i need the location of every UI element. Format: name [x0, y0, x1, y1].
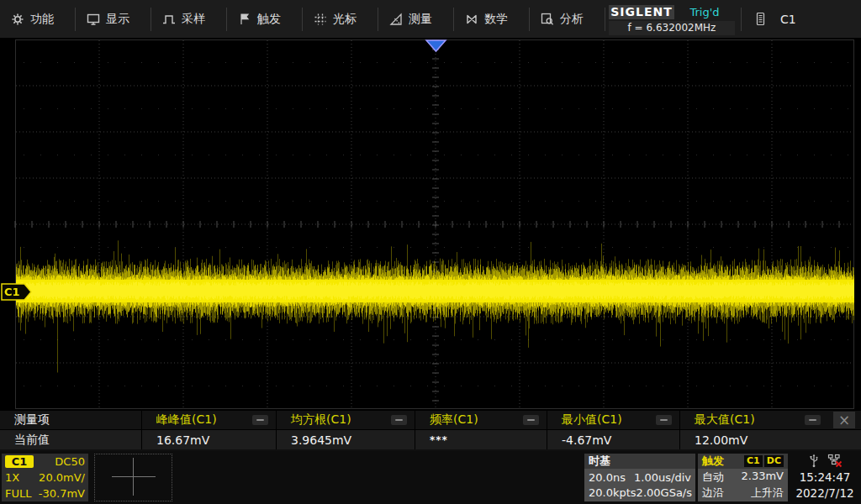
trigger-level: 2.33mV: [741, 470, 784, 485]
trigger-position-marker[interactable]: [426, 40, 446, 51]
crosshair-icon: [112, 476, 156, 477]
collapse-minus-icon[interactable]: [656, 415, 672, 425]
clock-zone[interactable]: 15:24:47 2022/7/12: [790, 454, 859, 501]
menu-item-function[interactable]: 功能: [0, 0, 75, 38]
trigger-panel[interactable]: 触发 C1 DC 自动 2.33mV 边沿 上升沿: [698, 454, 788, 501]
trigger-status-cluster[interactable]: SIGLENT Trig'd f = 6.632002MHz: [609, 3, 735, 35]
timebase-panel[interactable]: 时基 20.0ns 1.00us/div 20.0kpts 2.00GSa/s: [584, 454, 695, 501]
collapse-minus-icon[interactable]: [252, 415, 268, 425]
channel1-offset: -30.7mV: [39, 487, 85, 500]
active-channel-label: C1: [780, 13, 796, 26]
monitor-icon: [87, 13, 100, 26]
menu-item-label: 显示: [106, 12, 129, 27]
usb-icon: [808, 454, 820, 470]
trigger-slope: 上升沿: [751, 486, 784, 501]
cursor-grid-icon: [314, 13, 327, 26]
active-channel-indicator[interactable]: C1: [742, 0, 861, 38]
menu-separator: [605, 8, 605, 31]
menu-item-trigger[interactable]: 触发: [227, 0, 302, 38]
siglent-logo: SIGLENT: [609, 5, 674, 19]
menu-item-acquire[interactable]: 采样: [151, 0, 226, 38]
channel1-bandwidth: FULL: [5, 487, 31, 500]
channel1-scale: 20.0mV/: [39, 471, 85, 484]
menu-item-math[interactable]: 数学: [454, 0, 529, 38]
collapse-minus-icon[interactable]: [523, 415, 539, 425]
measurement-value-min: -4.67mV: [547, 430, 679, 449]
measurement-current-label-cell: 当前值: [0, 430, 141, 449]
measurement-value-rms: 3.9645mV: [276, 430, 415, 449]
menu-item-label: 触发: [257, 12, 281, 27]
flag-icon: [238, 13, 251, 26]
trigger-frequency: f = 6.632002MHz: [609, 21, 735, 35]
channel1-coupling: DC50: [55, 455, 85, 468]
channel1-level-marker[interactable]: C1: [2, 284, 31, 300]
screen-markers: C1: [0, 38, 861, 411]
menu-item-label: 测量: [409, 12, 432, 27]
clipboard-icon: [753, 13, 767, 26]
measurement-item-header: 测量项: [14, 412, 50, 428]
timebase-samplerate: 2.00GSa/s: [637, 486, 692, 499]
measurement-value-pkpk: 16.67mV: [141, 430, 276, 449]
channel1-badge[interactable]: C1: [5, 455, 34, 468]
channel1-probe: 1X: [5, 471, 19, 484]
math-bowtie-icon: [465, 13, 478, 26]
menu-item-cursors[interactable]: 光标: [303, 0, 378, 38]
trigger-title: 触发: [702, 454, 724, 469]
sampling-icon: [162, 13, 176, 26]
measurement-col-min[interactable]: 最小值(C1): [547, 411, 679, 429]
bottom-status-bar: C1 DC50 1X 20.0mV/ FULL -30.7mV 时基 20.0n…: [0, 451, 861, 504]
ruler-icon: [389, 13, 403, 26]
menu-item-label: 光标: [333, 12, 357, 27]
waveform-display[interactable]: C1: [0, 38, 861, 411]
close-icon[interactable]: ×: [833, 412, 855, 428]
measurement-table: 测量项 峰峰值(C1) 均方根(C1) 频率(C1) 最小值(C1) 最大值(C…: [0, 411, 861, 451]
measurement-header-row: 测量项 峰峰值(C1) 均方根(C1) 频率(C1) 最小值(C1) 最大值(C…: [0, 411, 861, 429]
lan-error-icon: [827, 454, 843, 470]
timebase-scale: 1.00us/div: [634, 471, 691, 484]
measurement-header-label-cell: 测量项: [0, 411, 141, 429]
clock-time: 15:24:47: [790, 470, 859, 486]
menu-bar: 功能 显示 采样 触发 光标: [0, 0, 861, 38]
menu-item-label: 分析: [560, 12, 584, 27]
trigger-source-chip: C1: [744, 455, 763, 467]
timebase-title: 时基: [589, 454, 610, 469]
clock-date: 2022/7/12: [790, 486, 859, 501]
trigger-mode: 自动: [702, 470, 724, 485]
gear-icon: [11, 13, 24, 26]
measurement-col-max[interactable]: 最大值(C1): [679, 411, 828, 429]
menu-item-label: 采样: [182, 12, 205, 27]
trigger-coupling-chip: DC: [764, 455, 784, 467]
measurement-col-freq[interactable]: 频率(C1): [415, 411, 547, 429]
menu-item-label: 数学: [484, 12, 508, 27]
channel1-panel[interactable]: C1 DC50 1X 20.0mV/ FULL -30.7mV: [2, 454, 88, 501]
measurement-col-pkpk[interactable]: 峰峰值(C1): [141, 411, 276, 429]
menu-item-measure[interactable]: 测量: [378, 0, 453, 38]
timebase-delay: 20.0ns: [589, 471, 626, 484]
collapse-minus-icon[interactable]: [805, 415, 821, 425]
menu-item-display[interactable]: 显示: [76, 0, 151, 38]
measurement-value-max: 12.00mV: [679, 430, 828, 449]
channel1-marker-label: C1: [4, 286, 20, 298]
analysis-icon: [541, 13, 554, 26]
timebase-points: 20.0kpts: [589, 486, 637, 499]
trigger-status: Trig'd: [674, 5, 735, 19]
menu-item-label: 功能: [30, 12, 54, 27]
measurement-col-rms[interactable]: 均方根(C1): [276, 411, 415, 429]
collapse-minus-icon[interactable]: [391, 415, 407, 425]
measurement-value-freq: ***: [415, 430, 547, 449]
add-channel-slot[interactable]: [94, 454, 172, 501]
oscilloscope-ui: { "menu": { "items": [ { "label": "功能", …: [0, 0, 861, 504]
menu-item-analysis[interactable]: 分析: [530, 0, 605, 38]
crosshair-icon: [133, 458, 134, 496]
trigger-type: 边沿: [702, 486, 724, 501]
measurement-value-row: 当前值 16.67mV 3.9645mV *** -4.67mV 12.00mV: [0, 429, 861, 449]
